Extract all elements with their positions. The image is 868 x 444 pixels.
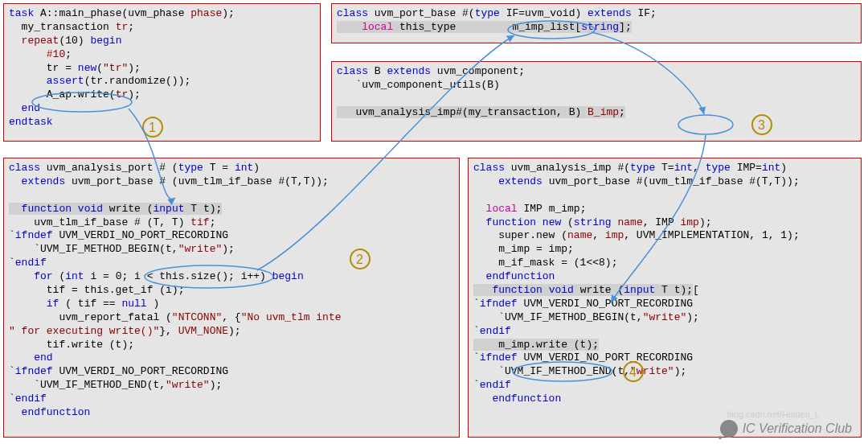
wechat-icon [720, 420, 738, 438]
code-pane-class-b: class B extends uvm_component; `uvm_comp… [331, 61, 862, 142]
watermark-sub: blog.csdn.net/Holden_L [727, 409, 820, 420]
watermark-main: IC Verification Club [720, 420, 852, 438]
code-pane-task-a: task A::main_phase(uvm_phase phase); my_… [3, 3, 321, 142]
code-pane-analysis-port: class uvm_analysis_port # (type T = int)… [3, 158, 460, 438]
code-pane-analysis-imp: class uvm_analysis_imp #(type T=int, typ… [468, 158, 862, 438]
code-pane-port-base: class uvm_port_base #(type IF=uvm_void) … [331, 3, 862, 43]
